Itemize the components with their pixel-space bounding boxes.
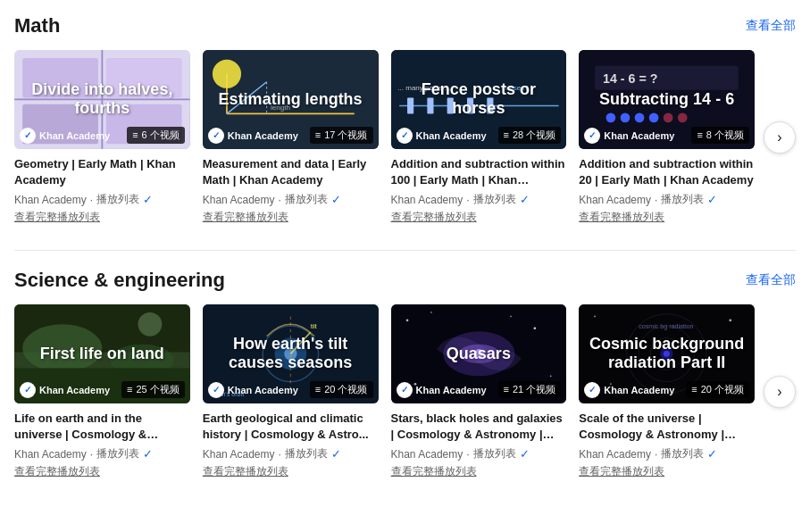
ka-checkmark-icon: ✓: [24, 130, 31, 140]
card-sci-3[interactable]: Quasars ✓ Khan Academy ≡ 21 个视频 Stars,: [391, 304, 567, 479]
video-count-badge: ≡ 20 个视频: [310, 381, 373, 398]
video-count-badge: ≡ 17 个视频: [310, 127, 373, 144]
card-meta: Khan Academy · 播放列表 ✓: [391, 192, 567, 207]
card-math-4[interactable]: 14 - 6 = ? Subtracting 14 - 6 ✓ Khan Aca: [579, 50, 755, 225]
ka-logo: ✓ Khan Academy: [584, 382, 674, 398]
thumbnail-sci-2: earth's orbit tilt How earth's tilt caus…: [203, 304, 379, 403]
ka-label-text: Khan Academy: [228, 130, 298, 141]
ka-label-text: Khan Academy: [416, 385, 487, 395]
ka-logo: ✓ Khan Academy: [584, 128, 674, 144]
science-next-button[interactable]: ›: [764, 376, 796, 408]
badge-text: 8 个视频: [706, 129, 744, 142]
thumbnail-math-1: Divide into halves, fourths ✓ Khan Acade…: [14, 50, 190, 149]
playlist-text: 播放列表: [473, 192, 516, 207]
badge-text: 6 个视频: [142, 129, 180, 142]
card-title: Stars, black holes and galaxies | Cosmol…: [391, 411, 567, 443]
view-playlist-link[interactable]: 查看完整播放列表: [579, 211, 664, 223]
card-sci-4[interactable]: cosmic bg radiation Cosmic background ra…: [579, 304, 755, 479]
playlist-icon: ≡: [315, 384, 321, 395]
view-playlist-link[interactable]: 查看完整播放列表: [391, 211, 477, 223]
card-math-3[interactable]: ... many posts ... horses? Fence posts o…: [391, 50, 567, 225]
ka-shield-icon: ✓: [208, 382, 224, 398]
card-math-2[interactable]: length Estimating lengths ✓ Khan Academy…: [203, 50, 379, 225]
thumbnail-math-2: length Estimating lengths ✓ Khan Academy…: [203, 50, 379, 149]
ka-shield-icon: ✓: [397, 128, 413, 144]
view-playlist-link[interactable]: 查看完整播放列表: [203, 211, 288, 223]
ka-label-text: Khan Academy: [604, 385, 674, 395]
playlist-icon: ≡: [127, 384, 132, 395]
ka-label-text: Khan Academy: [604, 130, 674, 141]
channel-name: Khan Academy: [14, 448, 87, 461]
view-playlist-link[interactable]: 查看完整播放列表: [579, 465, 664, 478]
thumbnail-sci-4: cosmic bg radiation Cosmic background ra…: [579, 304, 755, 403]
playlist-icon: ≡: [691, 384, 697, 395]
playlist-icon: ≡: [504, 129, 509, 140]
playlist-text: 播放列表: [96, 192, 139, 207]
ka-logo: ✓ Khan Academy: [397, 382, 487, 398]
thumbnail-sci-1: First life on land ✓ Khan Academy ≡ 25 个…: [14, 304, 190, 403]
ka-logo: ✓ Khan Academy: [20, 128, 110, 144]
card-meta: Khan Academy · 播放列表 ✓: [14, 192, 190, 207]
ka-checkmark-icon: ✓: [24, 385, 31, 395]
ka-logo: ✓ Khan Academy: [208, 128, 298, 144]
verified-icon: ✓: [331, 193, 341, 206]
video-count-badge: ≡ 6 个视频: [127, 127, 185, 144]
channel-name: Khan Academy: [203, 194, 275, 206]
card-sci-2[interactable]: earth's orbit tilt How earth's tilt caus…: [203, 304, 379, 479]
view-playlist-link[interactable]: 查看完整播放列表: [14, 465, 100, 478]
card-title: Life on earth and in the universe | Cosm…: [14, 411, 190, 443]
channel-name: Khan Academy: [391, 448, 463, 461]
math-carousel: Divide into halves, fourths ✓ Khan Acade…: [14, 50, 796, 225]
math-cards-row: Divide into halves, fourths ✓ Khan Acade…: [14, 50, 756, 225]
channel-name: Khan Academy: [14, 194, 87, 206]
badge-text: 17 个视频: [324, 129, 367, 142]
verified-icon: ✓: [143, 447, 153, 461]
playlist-text: 播放列表: [285, 446, 328, 461]
science-cards-row: First life on land ✓ Khan Academy ≡ 25 个…: [14, 304, 756, 479]
playlist-text: 播放列表: [661, 446, 704, 461]
ka-label-text: Khan Academy: [39, 130, 110, 141]
card-title: Addition and subtraction within 100 | Ea…: [391, 156, 567, 188]
ka-shield-icon: ✓: [584, 382, 600, 398]
verified-icon: ✓: [520, 447, 530, 461]
verified-icon: ✓: [707, 193, 717, 206]
card-meta: Khan Academy · 播放列表 ✓: [203, 192, 379, 207]
thumbnail-math-4: 14 - 6 = ? Subtracting 14 - 6 ✓ Khan Aca: [579, 50, 755, 149]
verified-icon: ✓: [143, 193, 153, 206]
view-playlist-link[interactable]: 查看完整播放列表: [14, 211, 100, 223]
playlist-icon: ≡: [132, 129, 138, 140]
video-count-badge: ≡ 25 个视频: [121, 381, 185, 398]
science-carousel: First life on land ✓ Khan Academy ≡ 25 个…: [14, 304, 796, 479]
playlist-text: 播放列表: [661, 192, 704, 207]
video-count-badge: ≡ 8 个视频: [691, 127, 749, 144]
science-see-all[interactable]: 查看全部: [746, 272, 796, 288]
ka-logo: ✓ Khan Academy: [208, 382, 298, 398]
math-see-all[interactable]: 查看全部: [746, 18, 796, 34]
card-meta: Khan Academy · 播放列表 ✓: [14, 446, 190, 461]
math-next-button[interactable]: ›: [764, 121, 796, 154]
verified-icon: ✓: [331, 447, 341, 461]
video-count-badge: ≡ 20 个视频: [686, 381, 749, 398]
badge-text: 21 个视频: [513, 383, 555, 396]
playlist-icon: ≡: [504, 384, 509, 395]
card-sci-1[interactable]: First life on land ✓ Khan Academy ≡ 25 个…: [14, 304, 190, 479]
badge-text: 25 个视频: [136, 383, 179, 396]
science-section-header: Science & engineering 查看全部: [14, 269, 796, 292]
card-title: Earth geological and climatic history | …: [203, 411, 379, 443]
playlist-text: 播放列表: [473, 446, 516, 461]
video-count-badge: ≡ 21 个视频: [498, 381, 562, 398]
science-section: Science & engineering 查看全部 First life on…: [14, 269, 796, 479]
badge-text: 20 个视频: [701, 383, 744, 396]
playlist-icon: ≡: [697, 129, 702, 140]
ka-shield-icon: ✓: [584, 128, 600, 144]
view-playlist-link[interactable]: 查看完整播放列表: [391, 465, 477, 478]
ka-shield-icon: ✓: [397, 382, 413, 398]
card-math-1[interactable]: Divide into halves, fourths ✓ Khan Acade…: [14, 50, 190, 225]
math-section: Math 查看全部 Divide into halves, fourths: [14, 14, 796, 225]
view-playlist-link[interactable]: 查看完整播放列表: [203, 465, 288, 478]
science-title: Science & engineering: [14, 269, 225, 292]
ka-shield-icon: ✓: [20, 382, 36, 398]
playlist-text: 播放列表: [285, 192, 328, 207]
card-title: Measurement and data | Early Math | Khan…: [203, 156, 379, 188]
ka-checkmark-icon: ✓: [213, 130, 220, 140]
